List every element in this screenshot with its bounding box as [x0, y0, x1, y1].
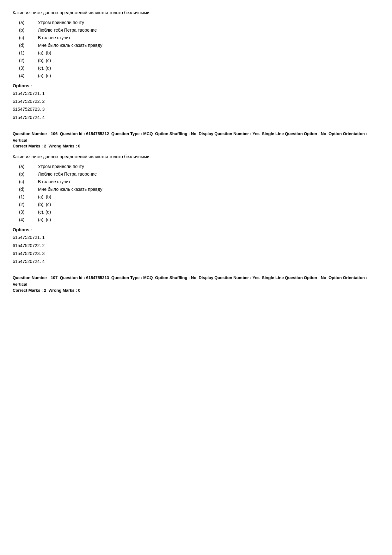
option-text-a1: Утром принесли почту — [38, 20, 84, 25]
answer-text-1-1: (a), (b) — [38, 50, 51, 55]
answer-label-1-2: (1) — [19, 194, 38, 199]
option-row-b2: (b) Люблю тебя Петра творение — [13, 171, 379, 177]
answer-label-3-2: (3) — [19, 209, 38, 215]
option-row-b1: (b) Люблю тебя Петра творение — [13, 28, 379, 33]
answer-text-3-1: (c), (d) — [38, 65, 51, 71]
option-label-a1: (a) — [19, 20, 38, 25]
opt-list-item-1-3: 61547520723. 3 — [13, 105, 379, 113]
options-header-1: Options : — [13, 83, 379, 88]
answer-row-2-2: (2) (b), (c) — [13, 202, 379, 207]
option-label-d2: (d) — [19, 187, 38, 192]
meta-block-107: Question Number : 107 Question Id : 6154… — [13, 272, 379, 295]
option-label-d1: (d) — [19, 43, 38, 48]
answer-label-2-2: (2) — [19, 202, 38, 207]
opt-list-item-2-4: 61547520724. 4 — [13, 258, 379, 265]
options-header-2: Options : — [13, 227, 379, 232]
meta-text-106: Question Number : 106 Question Id : 6154… — [13, 131, 379, 144]
answer-text-1-2: (a), (b) — [38, 194, 51, 199]
answer-text-3-2: (c), (d) — [38, 209, 51, 215]
answer-label-4-1: (4) — [19, 73, 38, 78]
correct-marks-106: Correct Marks : 2 Wrong Marks : 0 — [13, 144, 379, 148]
question-block-1: Какие из ниже данных предложений являютс… — [13, 9, 379, 122]
option-text-a2: Утром принесли почту — [38, 164, 84, 169]
option-row-d1: (d) Мне было жаль сказать правду — [13, 43, 379, 48]
opt-list-item-1-4: 61547520724. 4 — [13, 114, 379, 122]
answer-text-2-2: (b), (c) — [38, 202, 51, 207]
correct-marks-107: Correct Marks : 2 Wrong Marks : 0 — [13, 288, 379, 293]
option-label-b1: (b) — [19, 28, 38, 33]
option-row-a1: (a) Утром принесли почту — [13, 20, 379, 25]
question-text-1: Какие из ниже данных предложений являютс… — [13, 9, 379, 16]
answer-text-4-2: (a), (c) — [38, 217, 51, 222]
answer-row-2-1: (2) (b), (c) — [13, 58, 379, 63]
options-section-2: Options : 61547520721. 1 61547520722. 2 … — [13, 227, 379, 265]
option-label-c2: (c) — [19, 179, 38, 184]
option-row-c1: (c) В голове стучит — [13, 35, 379, 40]
answer-label-4-2: (4) — [19, 217, 38, 222]
option-text-b2: Люблю тебя Петра творение — [38, 171, 97, 177]
option-row-d2: (d) Мне было жаль сказать правду — [13, 187, 379, 192]
options-list-2: 61547520721. 1 61547520722. 2 6154752072… — [13, 234, 379, 265]
options-list-1: 61547520721. 1 61547520722. 2 6154752072… — [13, 90, 379, 122]
opt-list-item-2-1: 61547520721. 1 — [13, 234, 379, 241]
option-text-c1: В голове стучит — [38, 35, 70, 40]
option-text-b1: Люблю тебя Петра творение — [38, 28, 97, 33]
opt-list-item-1-2: 61547520722. 2 — [13, 97, 379, 105]
question-block-2: Какие из ниже данных предложений являютс… — [13, 153, 379, 265]
option-label-b2: (b) — [19, 171, 38, 177]
meta-text-107: Question Number : 107 Question Id : 6154… — [13, 275, 379, 288]
answer-row-4-1: (4) (a), (c) — [13, 73, 379, 78]
option-row-c2: (c) В голове стучит — [13, 179, 379, 184]
question-text-2: Какие из ниже данных предложений являютс… — [13, 153, 379, 160]
answer-row-1-2: (1) (a), (b) — [13, 194, 379, 199]
answer-row-4-2: (4) (a), (c) — [13, 217, 379, 222]
option-label-c1: (c) — [19, 35, 38, 40]
answer-label-1-1: (1) — [19, 50, 38, 55]
answer-row-3-2: (3) (c), (d) — [13, 209, 379, 215]
opt-list-item-2-2: 61547520722. 2 — [13, 242, 379, 250]
option-text-d1: Мне было жаль сказать правду — [38, 43, 102, 48]
options-section-1: Options : 61547520721. 1 61547520722. 2 … — [13, 83, 379, 122]
option-text-c2: В голове стучит — [38, 179, 70, 184]
answer-text-4-1: (a), (c) — [38, 73, 51, 78]
option-label-a2: (a) — [19, 164, 38, 169]
answer-label-3-1: (3) — [19, 65, 38, 71]
opt-list-item-1-1: 61547520721. 1 — [13, 90, 379, 97]
answer-row-1-1: (1) (a), (b) — [13, 50, 379, 55]
option-row-a2: (a) Утром принесли почту — [13, 164, 379, 169]
answer-text-2-1: (b), (c) — [38, 58, 51, 63]
answer-label-2-1: (2) — [19, 58, 38, 63]
meta-block-106: Question Number : 106 Question Id : 6154… — [13, 128, 379, 151]
opt-list-item-2-3: 61547520723. 3 — [13, 250, 379, 258]
option-text-d2: Мне было жаль сказать правду — [38, 187, 102, 192]
answer-row-3-1: (3) (c), (d) — [13, 65, 379, 71]
